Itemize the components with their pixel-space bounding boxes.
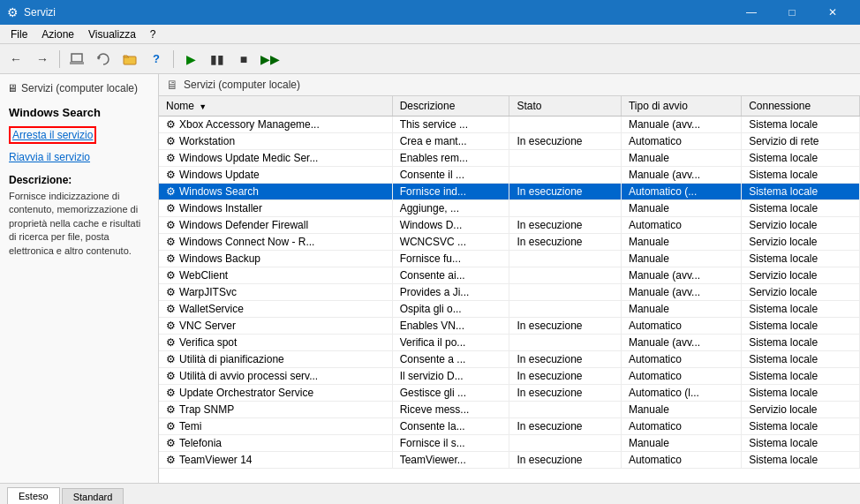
minimize-button[interactable]: — <box>731 0 772 25</box>
stop-service-link[interactable]: Arresta il servizio <box>9 126 96 144</box>
cell-desc: Ospita gli o... <box>392 301 509 318</box>
table-row[interactable]: ⚙WarpJITSvcProvides a Ji...Manuale (avv.… <box>159 284 860 301</box>
table-row[interactable]: ⚙WalletServiceOspita gli o...ManualeSist… <box>159 301 860 318</box>
cell-conn: Sistema locale <box>742 385 860 402</box>
table-row[interactable]: ⚙TeamViewer 14TeamViewer...In esecuzione… <box>159 452 860 469</box>
table-row[interactable]: ⚙WorkstationCrea e mant...In esecuzioneA… <box>159 133 860 150</box>
table-row[interactable]: ⚙Verifica spotVerifica il po...Manuale (… <box>159 335 860 351</box>
table-row[interactable]: ⚙Xbox Accessory Manageme...This service … <box>159 117 860 133</box>
table-row[interactable]: ⚙Windows SearchFornisce ind...In esecuzi… <box>159 184 860 200</box>
table-row[interactable]: ⚙Windows InstallerAggiunge, ...ManualeSi… <box>159 200 860 217</box>
cell-tipo: Manuale <box>621 150 741 167</box>
col-header-nome[interactable]: Nome ▼ <box>159 96 392 117</box>
sort-arrow-nome: ▼ <box>199 102 207 111</box>
cell-conn: Sistema locale <box>742 351 860 368</box>
cell-desc: TeamViewer... <box>392 452 509 469</box>
cell-name: ⚙Workstation <box>159 133 392 150</box>
tab-esteso[interactable]: Esteso <box>7 487 60 505</box>
table-row[interactable]: ⚙VNC ServerEnables VN...In esecuzioneAut… <box>159 318 860 335</box>
menu-azione[interactable]: Azione <box>34 26 81 42</box>
cell-tipo: Manuale (avv... <box>621 117 741 133</box>
toolbar-restart[interactable]: ▶▶ <box>258 47 283 71</box>
table-row[interactable]: ⚙Windows Defender FirewallWindows D...In… <box>159 217 860 234</box>
table-row[interactable]: ⚙TelefoniaFornisce il s...ManualeSistema… <box>159 435 860 452</box>
menu-file[interactable]: File <box>4 26 34 42</box>
sidebar-header[interactable]: 🖥 Servizi (computer locale) <box>4 79 155 97</box>
cell-conn: Sistema locale <box>742 452 860 469</box>
table-row[interactable]: ⚙Utilità di avvio processi serv...Il ser… <box>159 368 860 385</box>
cell-name: ⚙Telefonia <box>159 435 392 452</box>
table-row[interactable]: ⚙Windows BackupFornisce fu...ManualeSist… <box>159 251 860 267</box>
cell-desc: This service ... <box>392 117 509 133</box>
app-icon: ⚙ <box>7 5 19 19</box>
toolbar-play[interactable]: ▶ <box>178 47 203 71</box>
sidebar: 🖥 Servizi (computer locale) Windows Sear… <box>0 74 159 483</box>
col-header-conn[interactable]: Connessione <box>742 96 860 117</box>
table-row[interactable]: ⚙Windows UpdateConsente il ...Manuale (a… <box>159 167 860 184</box>
cell-desc: Fornisce il s... <box>392 435 509 452</box>
table-container[interactable]: Nome ▼ Descrizione Stato Tipo di avvio C… <box>159 96 860 483</box>
table-row[interactable]: ⚙Update Orchestrator ServiceGestisce gli… <box>159 385 860 402</box>
cell-tipo: Automatico <box>621 368 741 385</box>
cell-conn: Servizio locale <box>742 234 860 251</box>
cell-conn: Servizio locale <box>742 284 860 301</box>
cell-conn: Servizio locale <box>742 217 860 234</box>
cell-conn: Sistema locale <box>742 167 860 184</box>
gear-icon: ⚙ <box>166 152 176 164</box>
cell-desc: Enables rem... <box>392 150 509 167</box>
main-layout: 🖥 Servizi (computer locale) Windows Sear… <box>0 74 860 483</box>
toolbar-refresh[interactable] <box>91 47 116 71</box>
col-header-tipo[interactable]: Tipo di avvio <box>621 96 741 117</box>
sidebar-header-label: Servizi (computer locale) <box>21 82 138 94</box>
cell-tipo: Manuale (avv... <box>621 335 741 351</box>
toolbar-back[interactable]: ← <box>4 47 28 71</box>
cell-name: ⚙Verifica spot <box>159 335 392 351</box>
cell-desc: WCNCSVC ... <box>392 234 509 251</box>
gear-icon: ⚙ <box>166 135 176 147</box>
toolbar-help[interactable]: ? <box>144 47 169 71</box>
table-row[interactable]: ⚙Trap SNMPRiceve mess...ManualeServizio … <box>159 402 860 418</box>
table-row[interactable]: ⚙TemiConsente la...In esecuzioneAutomati… <box>159 418 860 435</box>
close-button[interactable]: ✕ <box>812 0 853 25</box>
cell-stato: In esecuzione <box>509 234 621 251</box>
toolbar-sep-1 <box>59 50 60 68</box>
table-row[interactable]: ⚙WebClientConsente ai...Manuale (avv...S… <box>159 267 860 284</box>
restart-service-link[interactable]: Riavvia il servizio <box>9 151 90 163</box>
col-header-desc[interactable]: Descrizione <box>392 96 509 117</box>
cell-tipo: Automatico <box>621 418 741 435</box>
gear-icon: ⚙ <box>166 236 176 248</box>
cell-desc: Verifica il po... <box>392 335 509 351</box>
col-header-stato[interactable]: Stato <box>509 96 621 117</box>
cell-desc: Crea e mant... <box>392 133 509 150</box>
cell-name: ⚙Windows Update Medic Ser... <box>159 150 392 167</box>
toolbar-pause[interactable]: ▮▮ <box>205 47 230 71</box>
cell-conn: Sistema locale <box>742 200 860 217</box>
gear-icon: ⚙ <box>166 169 176 181</box>
svg-rect-0 <box>72 54 82 62</box>
menu-visualizza[interactable]: Visualizza <box>81 26 143 42</box>
toolbar-folder[interactable] <box>117 47 142 71</box>
table-row[interactable]: ⚙Windows Update Medic Ser...Enables rem.… <box>159 150 860 167</box>
cell-name: ⚙TeamViewer 14 <box>159 452 392 469</box>
cell-conn: Sistema locale <box>742 435 860 452</box>
tab-standard[interactable]: Standard <box>62 488 124 505</box>
maximize-button[interactable]: □ <box>772 0 812 25</box>
cell-stato: In esecuzione <box>509 368 621 385</box>
gear-icon: ⚙ <box>166 420 176 433</box>
cell-tipo: Automatico <box>621 318 741 335</box>
menu-help[interactable]: ? <box>143 26 163 42</box>
cell-tipo: Manuale (avv... <box>621 284 741 301</box>
toolbar-forward[interactable]: → <box>30 47 55 71</box>
cell-name: ⚙WarpJITSvc <box>159 284 392 301</box>
toolbar-up[interactable] <box>64 47 89 71</box>
title-bar: ⚙ Servizi — □ ✕ <box>0 0 860 25</box>
cell-conn: Sistema locale <box>742 318 860 335</box>
content-header-icon: 🖥 <box>166 78 178 92</box>
table-row[interactable]: ⚙Windows Connect Now - R...WCNCSVC ...In… <box>159 234 860 251</box>
cell-conn: Sistema locale <box>742 335 860 351</box>
cell-conn: Sistema locale <box>742 301 860 318</box>
toolbar-stop[interactable]: ■ <box>231 47 256 71</box>
table-row[interactable]: ⚙Utilità di pianificazioneConsente a ...… <box>159 351 860 368</box>
cell-desc: Fornisce fu... <box>392 251 509 267</box>
cell-stato <box>509 167 621 184</box>
